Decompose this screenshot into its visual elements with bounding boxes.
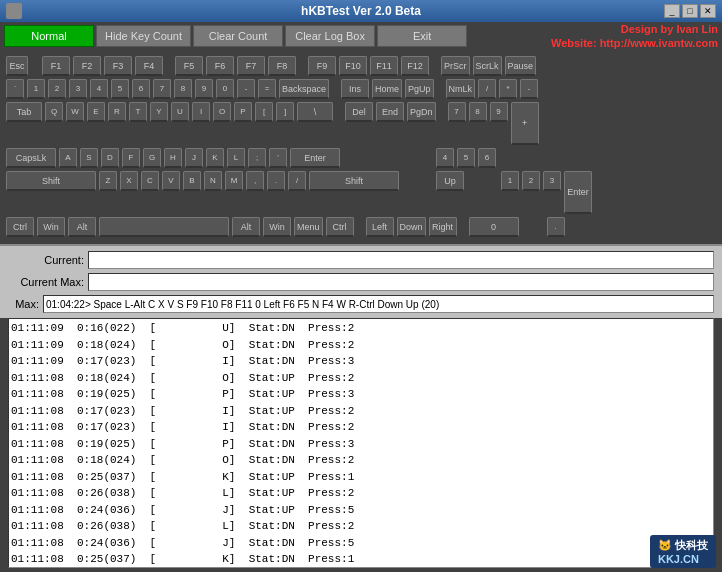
key-rctrl[interactable]: Ctrl [326,217,354,237]
key-a[interactable]: A [59,148,77,168]
key-u[interactable]: U [171,102,189,122]
normal-button[interactable]: Normal [4,25,94,47]
key-lctrl[interactable]: Ctrl [6,217,34,237]
key-z[interactable]: Z [99,171,117,191]
key-l[interactable]: L [227,148,245,168]
key-i[interactable]: I [192,102,210,122]
key-lwin[interactable]: Win [37,217,65,237]
key-menu[interactable]: Menu [294,217,323,237]
key-slash[interactable]: / [288,171,306,191]
key-equals[interactable]: = [258,79,276,99]
key-m[interactable]: M [225,171,243,191]
key-f6[interactable]: F6 [206,56,234,76]
key-g[interactable]: G [143,148,161,168]
key-ralt[interactable]: Alt [232,217,260,237]
key-home[interactable]: Home [372,79,402,99]
key-f11[interactable]: F11 [370,56,398,76]
restore-button[interactable]: □ [682,4,698,18]
key-f[interactable]: F [122,148,140,168]
minimize-button[interactable]: _ [664,4,680,18]
key-ins[interactable]: Ins [341,79,369,99]
clear-count-button[interactable]: Clear Count [193,25,283,47]
key-semicolon[interactable]: ; [248,148,266,168]
close-button[interactable]: ✕ [700,4,716,18]
key-n[interactable]: N [204,171,222,191]
key-end[interactable]: End [376,102,404,122]
key-7[interactable]: 7 [153,79,171,99]
key-b[interactable]: B [183,171,201,191]
key-f1[interactable]: F1 [42,56,70,76]
key-num-8[interactable]: 8 [469,102,487,122]
key-v[interactable]: V [162,171,180,191]
key-f8[interactable]: F8 [268,56,296,76]
key-num-plus[interactable]: + [511,102,539,145]
current-input[interactable] [88,251,714,269]
key-f12[interactable]: F12 [401,56,429,76]
key-3[interactable]: 3 [69,79,87,99]
key-q[interactable]: Q [45,102,63,122]
key-f4[interactable]: F4 [135,56,163,76]
key-y[interactable]: Y [150,102,168,122]
key-backslash[interactable]: \ [297,102,333,122]
key-num-1[interactable]: 1 [501,171,519,191]
key-down[interactable]: Down [397,217,426,237]
key-9[interactable]: 9 [195,79,213,99]
key-enter[interactable]: Enter [290,148,340,168]
key-num-enter[interactable]: Enter [564,171,592,214]
key-num-dot[interactable]: . [547,217,565,237]
key-lshift[interactable]: Shift [6,171,96,191]
key-rbracket[interactable]: ] [276,102,294,122]
key-tab[interactable]: Tab [6,102,42,122]
key-lalt[interactable]: Alt [68,217,96,237]
key-f2[interactable]: F2 [73,56,101,76]
key-scrlk[interactable]: ScrLk [473,56,502,76]
key-num-minus[interactable]: - [520,79,538,99]
key-right[interactable]: Right [429,217,457,237]
key-esc[interactable]: Esc [6,56,28,76]
key-j[interactable]: J [185,148,203,168]
key-pgdn[interactable]: PgDn [407,102,436,122]
key-num-4[interactable]: 4 [436,148,454,168]
key-del[interactable]: Del [345,102,373,122]
key-f5[interactable]: F5 [175,56,203,76]
key-num-slash[interactable]: / [478,79,496,99]
key-k[interactable]: K [206,148,224,168]
key-s[interactable]: S [80,148,98,168]
key-rwin[interactable]: Win [263,217,291,237]
key-d[interactable]: D [101,148,119,168]
key-capslock[interactable]: CapsLk [6,148,56,168]
key-num-6[interactable]: 6 [478,148,496,168]
key-backspace[interactable]: Backspace [279,79,329,99]
key-backtick[interactable]: ` [6,79,24,99]
key-numlk[interactable]: NmLk [446,79,476,99]
key-space[interactable] [99,217,229,237]
log-area[interactable]: 01:11:09 0:16(022) [ U] Stat:DN Press:20… [8,318,714,568]
key-quote[interactable]: ' [269,148,287,168]
exit-button[interactable]: Exit [377,25,467,47]
key-f3[interactable]: F3 [104,56,132,76]
key-f9[interactable]: F9 [308,56,336,76]
key-0[interactable]: 0 [216,79,234,99]
hide-key-count-button[interactable]: Hide Key Count [96,25,191,47]
key-num-7[interactable]: 7 [448,102,466,122]
key-p[interactable]: P [234,102,252,122]
current-max-input[interactable] [88,273,714,291]
key-up[interactable]: Up [436,171,464,191]
key-4[interactable]: 4 [90,79,108,99]
key-c[interactable]: C [141,171,159,191]
key-num-2[interactable]: 2 [522,171,540,191]
key-left[interactable]: Left [366,217,394,237]
key-x[interactable]: X [120,171,138,191]
key-2[interactable]: 2 [48,79,66,99]
key-prtsc[interactable]: PrScr [441,56,470,76]
key-r[interactable]: R [108,102,126,122]
key-e[interactable]: E [87,102,105,122]
key-o[interactable]: O [213,102,231,122]
key-w[interactable]: W [66,102,84,122]
key-minus[interactable]: - [237,79,255,99]
key-1[interactable]: 1 [27,79,45,99]
key-period[interactable]: . [267,171,285,191]
key-num-9[interactable]: 9 [490,102,508,122]
key-num-5[interactable]: 5 [457,148,475,168]
key-8[interactable]: 8 [174,79,192,99]
